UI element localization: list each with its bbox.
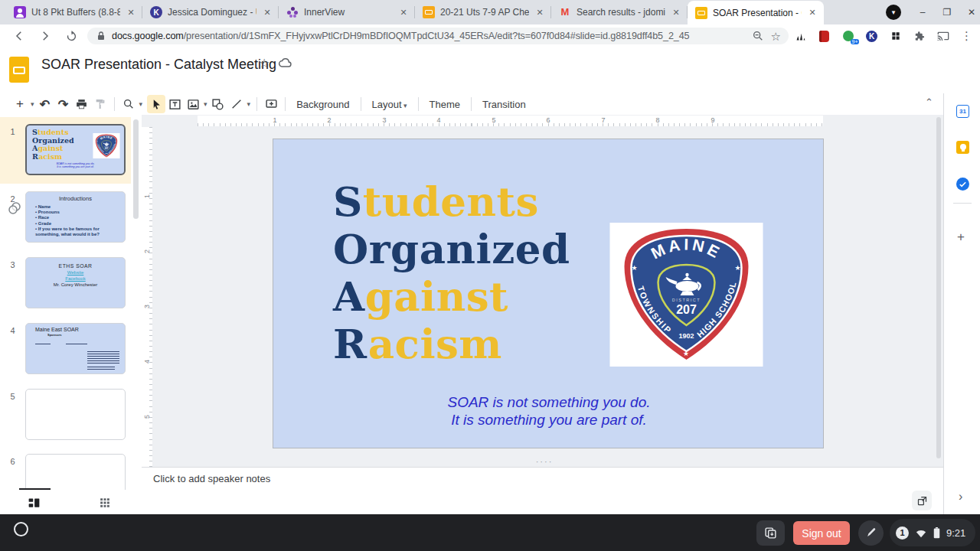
tasks-icon[interactable] xyxy=(956,178,969,191)
filmstrip-slide-5[interactable]: 5 xyxy=(0,389,131,440)
redo-button[interactable]: ↷ xyxy=(54,95,73,113)
canvas-scrollbar[interactable] xyxy=(936,117,941,458)
collapse-panel-icon[interactable]: › xyxy=(959,490,962,504)
insert-shape-button[interactable] xyxy=(209,95,227,113)
slide-canvas[interactable]: Students Organized Against Racism SOAR i… xyxy=(273,139,824,448)
tab-close-icon[interactable]: ✕ xyxy=(807,8,818,18)
tab-title: SOAR Presentation - Ca xyxy=(713,8,802,18)
window-close-button[interactable]: ✕ xyxy=(960,0,980,24)
text-box-button[interactable] xyxy=(165,95,184,113)
document-title[interactable]: SOAR Presentation - Catalyst Meeting xyxy=(41,57,276,73)
forward-button[interactable] xyxy=(32,29,58,43)
tab-ut8-pkt-buffers[interactable]: Ut 8 Pkt Buffers (8.8-8.1 ✕ xyxy=(6,0,142,24)
tab-close-icon[interactable]: ✕ xyxy=(534,8,545,18)
extension-green-badge-icon[interactable]: 9+ xyxy=(836,31,860,41)
speaker-notes-placeholder[interactable]: Click to add speaker notes xyxy=(153,473,270,484)
print-button[interactable] xyxy=(73,95,91,113)
slide-caption[interactable]: SOAR is not something you do. It is some… xyxy=(273,393,825,429)
launcher-button[interactable] xyxy=(14,522,28,536)
filmstrip-slide-3[interactable]: 3 ETHS SOAR Website Facebook Mr. Corey W… xyxy=(0,257,131,308)
browser-menu-icon[interactable]: ⋮ xyxy=(955,29,978,43)
speaker-notes[interactable]: Click to add speaker notes xyxy=(142,467,943,490)
tab-soar-presentation[interactable]: SOAR Presentation - Ca ✕ xyxy=(688,1,824,24)
zoom-dropdown-icon[interactable]: ▾ xyxy=(138,100,145,108)
stylus-tools-button[interactable] xyxy=(858,520,884,546)
media-indicator-icon[interactable]: ▾ xyxy=(886,5,901,20)
calendar-icon[interactable]: 31 xyxy=(956,105,969,118)
filmstrip-view-icon[interactable] xyxy=(28,497,40,508)
slide-4-thumbnail[interactable]: Maine East SOAR Sponsors xyxy=(25,323,126,374)
tab-close-icon[interactable]: ✕ xyxy=(126,8,136,18)
explore-button[interactable] xyxy=(912,491,932,510)
collapse-toolbar-icon[interactable]: ⌃ xyxy=(925,96,933,108)
get-addons-button[interactable]: + xyxy=(957,230,965,245)
extension-kami-icon[interactable]: K xyxy=(860,31,884,42)
extension-red-book-icon[interactable] xyxy=(812,31,836,42)
image-dropdown-icon[interactable]: ▾ xyxy=(202,100,209,108)
slides-app-icon[interactable] xyxy=(9,57,29,83)
insert-line-button[interactable] xyxy=(227,95,246,113)
new-tab-button[interactable] xyxy=(824,0,847,24)
reload-button[interactable] xyxy=(58,30,84,43)
insert-comment-button[interactable] xyxy=(262,95,280,113)
slide-2-thumbnail[interactable]: Introductions • Name • Pronouns • Race •… xyxy=(25,191,126,243)
url-field[interactable]: docs.google.com/presentation/d/1SmFX_FHy… xyxy=(87,28,789,44)
filmstrip-slide-4[interactable]: 4 Maine East SOAR Sponsors xyxy=(0,323,131,374)
bottom-strip xyxy=(0,490,943,514)
new-slide-button[interactable]: + xyxy=(11,95,29,113)
insert-image-button[interactable] xyxy=(184,95,202,113)
filmstrip-slide-2[interactable]: 2 Introductions • Name • Pronouns • Race… xyxy=(0,191,131,243)
window-minimize-button[interactable]: – xyxy=(911,0,934,24)
tab-title: Jessica Dominguez - U xyxy=(168,7,256,18)
slide-number: 2 xyxy=(0,191,25,243)
back-button[interactable] xyxy=(6,29,32,43)
filmstrip-scrollbar[interactable] xyxy=(133,119,139,219)
tab-jessica-dominguez[interactable]: K Jessica Dominguez - U ✕ xyxy=(142,0,279,24)
extensions-puzzle-icon[interactable] xyxy=(907,31,931,42)
cloud-status-icon[interactable] xyxy=(278,57,292,69)
lock-icon[interactable] xyxy=(96,31,106,41)
tab-ap-chem[interactable]: 20-21 Uts 7-9 AP Chem ✕ xyxy=(415,0,551,24)
slide-number: 4 xyxy=(0,323,25,374)
window-restore-button[interactable]: ❐ xyxy=(936,0,959,24)
slide-title[interactable]: Students Organized Against Racism xyxy=(333,178,570,367)
extension-grid-icon[interactable] xyxy=(884,31,907,41)
line-dropdown-icon[interactable]: ▾ xyxy=(246,100,253,108)
tab-innerview[interactable]: InnerView ✕ xyxy=(279,0,415,24)
slide-5-thumbnail[interactable] xyxy=(25,389,126,440)
notes-resize-handle[interactable]: ···· xyxy=(518,457,571,466)
paint-format-button[interactable] xyxy=(91,95,109,113)
keep-icon[interactable] xyxy=(956,141,969,154)
slide-6-thumbnail[interactable] xyxy=(25,454,126,492)
undo-button[interactable]: ↶ xyxy=(36,95,54,113)
zoom-button[interactable] xyxy=(119,95,138,113)
website-link[interactable]: Website xyxy=(26,269,125,276)
grid-view-icon[interactable] xyxy=(100,497,110,508)
facebook-link[interactable]: Facebook xyxy=(26,276,125,282)
filmstrip-slide-6[interactable]: 6 xyxy=(0,454,131,492)
tab-close-icon[interactable]: ✕ xyxy=(398,8,409,18)
tiny-paragraph-placeholder xyxy=(87,367,115,370)
zoom-out-icon[interactable] xyxy=(752,30,764,42)
select-tool-button[interactable] xyxy=(147,95,165,113)
filmstrip-slide-1[interactable]: 1 Students Organized Against Racism SOAR… xyxy=(0,124,131,175)
transition-button[interactable]: Transition xyxy=(476,96,532,112)
sign-out-button[interactable]: Sign out xyxy=(793,521,850,545)
cast-icon[interactable] xyxy=(931,30,955,42)
tab-close-icon[interactable]: ✕ xyxy=(671,8,681,18)
slide-3-thumbnail[interactable]: ETHS SOAR Website Facebook Mr. Corey Win… xyxy=(25,257,126,308)
screen-capture-button[interactable] xyxy=(756,520,785,546)
browser-tab-strip: Ut 8 Pkt Buffers (8.8-8.1 ✕ K Jessica Do… xyxy=(0,0,980,24)
layout-button[interactable]: Layout ▾ xyxy=(366,96,413,112)
tab-close-icon[interactable]: ✕ xyxy=(262,8,273,18)
bookmark-star-icon[interactable]: ☆ xyxy=(771,31,781,42)
maine-township-logo[interactable] xyxy=(608,223,765,367)
theme-button[interactable]: Theme xyxy=(423,96,466,112)
star-document-icon[interactable]: ☆ xyxy=(259,56,270,70)
slide-1-thumbnail[interactable]: Students Organized Against Racism SOAR i… xyxy=(25,124,126,175)
extension-bars-icon[interactable] xyxy=(789,31,812,42)
status-tray[interactable]: 1 9:21 xyxy=(890,519,975,546)
tab-search-results[interactable]: M Search results - jdoming ✕ xyxy=(551,0,688,24)
new-slide-dropdown-icon[interactable]: ▾ xyxy=(29,100,36,108)
background-button[interactable]: Background xyxy=(290,96,355,112)
